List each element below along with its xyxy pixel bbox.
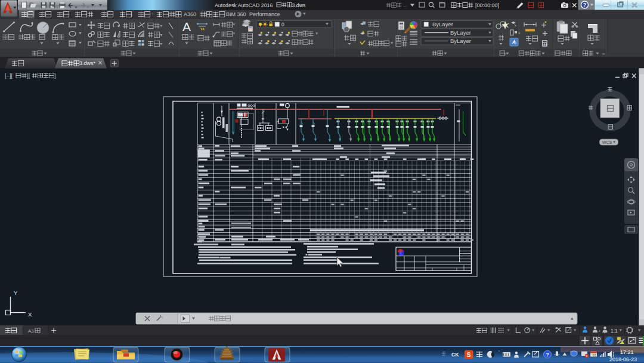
- svg-text:BIM 360: BIM 360: [226, 11, 246, 17]
- svg-text:ByLayer: ByLayer: [450, 38, 471, 44]
- svg-text:Y: Y: [14, 290, 18, 296]
- svg-text:*: *: [52, 4, 54, 10]
- svg-text:S: S: [467, 352, 471, 358]
- svg-text:]: ]: [54, 72, 56, 79]
- svg-text:0: 0: [281, 21, 284, 27]
- svg-text:?: ?: [583, 2, 587, 8]
- svg-text:17:21: 17:21: [620, 349, 634, 355]
- svg-text:X: X: [28, 311, 32, 318]
- svg-text:CK: CK: [451, 352, 459, 358]
- svg-text:][: ][: [27, 72, 30, 79]
- svg-text:Performance: Performance: [249, 11, 280, 17]
- svg-text:x: x: [586, 354, 588, 358]
- svg-text:A360: A360: [184, 11, 196, 17]
- svg-text:3.dws: 3.dws: [292, 2, 306, 8]
- svg-text:Autodesk AutoCAD 2016: Autodesk AutoCAD 2016: [215, 2, 273, 8]
- svg-text:[–][: [–][: [5, 72, 13, 79]
- svg-text:1:1: 1:1: [611, 328, 618, 334]
- svg-text:+: +: [518, 31, 521, 35]
- svg-text:A: A: [182, 20, 191, 33]
- svg-text:2018-06-23: 2018-06-23: [609, 356, 637, 362]
- svg-text:...: ...: [403, 2, 407, 8]
- svg-text:A3: A3: [28, 328, 34, 334]
- svg-text:ByLayer: ByLayer: [432, 21, 453, 27]
- svg-text:3.dws*: 3.dws*: [79, 60, 96, 66]
- svg-text:ByLayer: ByLayer: [450, 29, 471, 36]
- svg-text:»: »: [504, 51, 507, 57]
- svg-text:+: +: [599, 329, 601, 333]
- svg-text:»: »: [602, 51, 605, 57]
- svg-text:WCS: WCS: [602, 140, 612, 144]
- svg-text:?: ?: [546, 352, 549, 358]
- svg-text:[00:00:00]: [00:00:00]: [475, 2, 499, 8]
